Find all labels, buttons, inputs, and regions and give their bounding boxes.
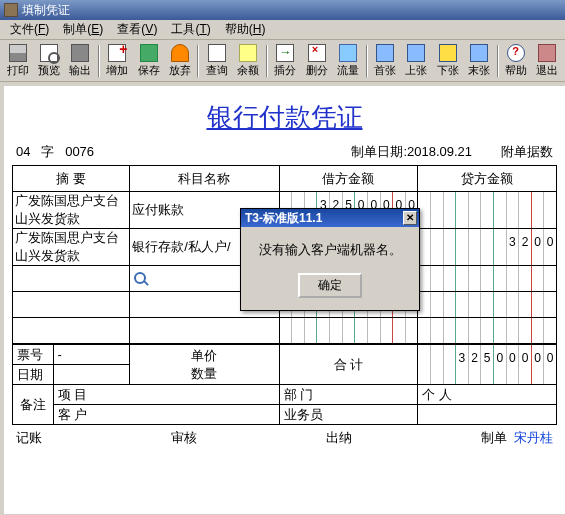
next-button[interactable]: 下张 xyxy=(432,42,463,80)
dialog-body: 没有输入客户端机器名。 确定 xyxy=(241,227,419,310)
print-button[interactable]: 打印 xyxy=(2,42,33,80)
balance-button[interactable]: 余额 xyxy=(233,42,264,80)
prev-button[interactable]: 上张 xyxy=(401,42,432,80)
col-subject: 科目名称 xyxy=(130,166,279,192)
remark-label: 备注 xyxy=(13,385,54,425)
toolbar-separator xyxy=(197,45,199,77)
voucher-date[interactable]: 2018.09.21 xyxy=(407,144,472,159)
menu-help[interactable]: 帮助(H) xyxy=(219,19,272,40)
exit-icon xyxy=(538,44,556,62)
ok-button[interactable]: 确定 xyxy=(298,273,362,298)
export-button[interactable]: 输出 xyxy=(64,42,95,80)
find-button[interactable]: 查询 xyxy=(201,42,232,80)
sign-audit: 审核 xyxy=(171,429,197,447)
dialog-titlebar[interactable]: T3-标准版11.1 ✕ xyxy=(241,209,419,227)
toolbar-separator xyxy=(98,45,100,77)
insert-icon xyxy=(276,44,294,62)
find-icon xyxy=(208,44,226,62)
next-icon xyxy=(439,44,457,62)
first-button[interactable]: 首张 xyxy=(370,42,401,80)
help-icon xyxy=(507,44,525,62)
credit-cell[interactable] xyxy=(418,192,557,229)
toolbar-separator xyxy=(366,45,368,77)
prev-icon xyxy=(407,44,425,62)
table-row[interactable] xyxy=(13,318,557,344)
undo-icon xyxy=(171,44,189,62)
voucher-word-label: 字 xyxy=(41,144,54,159)
flow-button[interactable]: 流量 xyxy=(332,42,363,80)
exit-button[interactable]: 退出 xyxy=(532,42,563,80)
footer-table: 票号 - 单价数量 合 计 32500000 日期 备注 项 目 部 门 个 人… xyxy=(12,344,557,425)
attach-label: 附单据数 xyxy=(501,144,553,159)
col-debit: 借方金额 xyxy=(279,166,418,192)
credit-cell[interactable] xyxy=(418,266,557,292)
voucher-title: 银行付款凭证 xyxy=(12,100,557,135)
sign-cashier: 出纳 xyxy=(326,429,352,447)
sign-maker: 制单 xyxy=(481,430,507,445)
search-icon[interactable] xyxy=(134,272,146,284)
price-qty-cell: 单价数量 xyxy=(130,345,279,385)
toolbar-separator xyxy=(266,45,268,77)
voucher-date-label: 制单日期: xyxy=(351,144,407,159)
total-label: 合 计 xyxy=(279,345,418,385)
insert-button[interactable]: 插分 xyxy=(270,42,301,80)
preview-icon xyxy=(40,44,58,62)
dept-cell[interactable]: 部 门 xyxy=(279,385,418,405)
sign-maker-name: 宋丹桂 xyxy=(514,430,553,445)
col-credit: 贷方金额 xyxy=(418,166,557,192)
help-button[interactable]: 帮助 xyxy=(501,42,532,80)
save-icon xyxy=(140,44,158,62)
ticket-label: 票号 xyxy=(13,345,54,365)
summary-cell[interactable] xyxy=(13,266,130,292)
dialog-title-text: T3-标准版11.1 xyxy=(245,210,322,227)
balance-icon xyxy=(239,44,257,62)
window-titlebar: 填制凭证 xyxy=(0,0,565,20)
print-icon xyxy=(9,44,27,62)
last-button[interactable]: 末张 xyxy=(463,42,494,80)
add-button[interactable]: 增加 xyxy=(102,42,133,80)
toolbar-separator xyxy=(497,45,499,77)
save-button[interactable]: 保存 xyxy=(133,42,164,80)
signature-row: 记账 审核 出纳 制单 宋丹桂 xyxy=(12,425,557,447)
last-icon xyxy=(470,44,488,62)
summary-cell[interactable]: 广发陈国思户支台山兴发货款 xyxy=(13,229,130,266)
undo-button[interactable]: 放弃 xyxy=(164,42,195,80)
menu-file[interactable]: 文件(F) xyxy=(4,19,55,40)
app-icon xyxy=(4,3,18,17)
menu-tool[interactable]: 工具(T) xyxy=(165,19,216,40)
footer-date-value[interactable] xyxy=(53,365,130,385)
flow-icon xyxy=(339,44,357,62)
voucher-header-row: 04 字 0076 制单日期:2018.09.21 附单据数 xyxy=(12,143,557,165)
delete-icon xyxy=(308,44,326,62)
customer-cell[interactable]: 客 户 xyxy=(53,405,279,425)
ticket-value[interactable]: - xyxy=(53,345,130,365)
summary-cell[interactable]: 广发陈国思户支台山兴发货款 xyxy=(13,192,130,229)
menubar: 文件(F) 制单(E) 查看(V) 工具(T) 帮助(H) xyxy=(0,20,565,40)
footer-date-label: 日期 xyxy=(13,365,54,385)
preview-button[interactable]: 预览 xyxy=(33,42,64,80)
toolbar: 打印 预览 输出 增加 保存 放弃 查询 余额 插分 删分 流量 首张 上张 下… xyxy=(0,40,565,82)
window-title: 填制凭证 xyxy=(22,2,70,19)
menu-make[interactable]: 制单(E) xyxy=(57,19,109,40)
delete-button[interactable]: 删分 xyxy=(301,42,332,80)
staff-cell[interactable]: 业务员 xyxy=(279,405,418,425)
add-icon xyxy=(108,44,126,62)
project-cell[interactable]: 项 目 xyxy=(53,385,279,405)
export-icon xyxy=(71,44,89,62)
sign-bookkeep: 记账 xyxy=(16,429,42,447)
voucher-number[interactable]: 0076 xyxy=(65,144,94,159)
first-icon xyxy=(376,44,394,62)
person-cell[interactable]: 个 人 xyxy=(418,385,557,405)
voucher-word[interactable]: 04 xyxy=(16,144,30,159)
dialog-message: 没有输入客户端机器名。 xyxy=(249,241,411,259)
close-icon[interactable]: ✕ xyxy=(403,211,417,225)
error-dialog: T3-标准版11.1 ✕ 没有输入客户端机器名。 确定 xyxy=(240,208,420,311)
col-summary: 摘 要 xyxy=(13,166,130,192)
credit-cell[interactable]: 3200 xyxy=(418,229,557,266)
total-debit: 32500000 xyxy=(418,345,557,385)
menu-view[interactable]: 查看(V) xyxy=(111,19,163,40)
